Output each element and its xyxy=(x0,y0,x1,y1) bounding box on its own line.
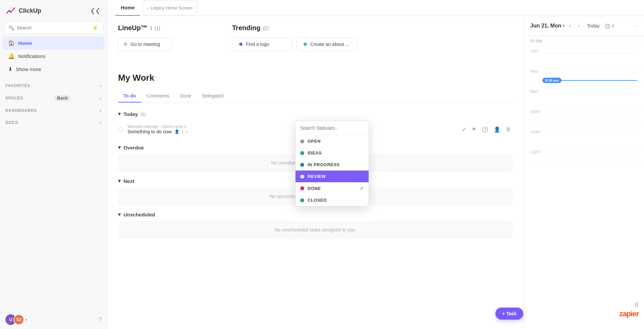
work-tab-done[interactable]: Done xyxy=(175,90,197,103)
today-count: (1) xyxy=(141,112,146,117)
task-actions: ✓ ⚑ 🕐 👤 🗑 xyxy=(461,125,513,134)
status-search-area[interactable] xyxy=(296,121,369,135)
work-tab-comments[interactable]: Comments xyxy=(141,90,175,103)
tab-legacy-label: Legacy Home Screen xyxy=(151,5,193,10)
unscheduled-section: ▾ Unscheduled No unscheduled tasks assig… xyxy=(118,211,513,238)
calendar-task-count: 📋 0 xyxy=(605,23,614,28)
status-item-review[interactable]: REVIEW xyxy=(296,171,369,182)
sidebar-item-home[interactable]: 🏠 Home xyxy=(3,37,104,50)
status-item-ideas[interactable]: IDEAS xyxy=(296,147,369,159)
status-item-done[interactable]: DONE ✓ xyxy=(296,182,369,194)
sidebar-item-notifications[interactable]: 🔔 Notifications xyxy=(3,50,104,63)
help-button[interactable]: ? xyxy=(98,316,102,323)
sidebar-section-spaces[interactable]: SPACES Back › xyxy=(0,92,107,105)
my-work-title: My Work xyxy=(118,73,513,83)
sidebar-item-show-more[interactable]: ⬇ Show more xyxy=(3,63,104,76)
search-bar[interactable]: 🔍 ⚡ xyxy=(4,21,103,34)
time-label-11am: 11am xyxy=(530,127,544,134)
task-clock-button[interactable]: 🕐 xyxy=(480,125,490,134)
status-label-ideas: IDEAS xyxy=(308,150,322,155)
lineup-card-0[interactable]: Go to meeting xyxy=(118,37,172,51)
lineup-title-text: LineUp™ xyxy=(118,24,148,32)
search-input[interactable] xyxy=(17,25,89,30)
status-label-closed: CLOSED xyxy=(308,198,327,203)
sidebar-item-home-label: Home xyxy=(18,40,32,46)
sidebar-item-show-more-label: Show more xyxy=(16,66,41,72)
avatar-sj: SJ xyxy=(13,314,24,325)
trending-card-label-0: Find a logo xyxy=(246,42,269,47)
tab-legacy-home[interactable]: ‹ Legacy Home Screen xyxy=(143,0,197,15)
calendar-today-button[interactable]: Today xyxy=(584,22,602,30)
spaces-label: SPACES xyxy=(5,96,23,101)
lineup-card-dot xyxy=(124,43,127,46)
lightning-button[interactable]: ⚡ xyxy=(92,24,99,31)
unscheduled-empty-text: No unscheduled tasks assigned to you. xyxy=(274,227,356,233)
add-task-button[interactable]: + Task xyxy=(495,308,523,320)
avatar-caret-icon[interactable]: ▾ xyxy=(25,318,27,322)
sidebar-section-docs[interactable]: DOCS › xyxy=(0,117,107,129)
trending-card-1[interactable]: Create an about ... xyxy=(297,37,357,51)
trending-cards: Find a logo Create an about ... xyxy=(232,37,357,51)
work-tab-delegated[interactable]: Delegated xyxy=(197,90,229,103)
time-label-8am: 8am xyxy=(530,66,544,74)
docs-label: DOCS xyxy=(5,120,18,125)
sidebar-header: ClickUp ❮❮ xyxy=(0,0,107,21)
task-delete-button[interactable]: 🗑 xyxy=(504,125,513,134)
time-label-7am: 7am xyxy=(530,46,544,54)
task-assign-button[interactable]: 👤 xyxy=(492,125,502,134)
tab-home[interactable]: Home xyxy=(115,0,140,16)
next-chevron-icon: ▾ xyxy=(118,178,121,184)
description-icon: ≡ xyxy=(185,129,188,134)
profile-dots-button[interactable]: ⠿ xyxy=(634,302,639,309)
tab-home-label: Home xyxy=(121,5,135,10)
status-item-open[interactable]: OPEN xyxy=(296,135,369,147)
unscheduled-header[interactable]: ▾ Unscheduled xyxy=(118,211,513,217)
calendar-next-button[interactable]: › xyxy=(576,21,582,30)
today-header[interactable]: ▾ Today (1) xyxy=(118,111,513,117)
avatar-group[interactable]: U SJ ▾ xyxy=(5,314,27,325)
bell-icon: 🔔 xyxy=(8,53,15,59)
status-item-inprogress[interactable]: IN PROGRESS xyxy=(296,159,369,171)
lineup-cards: Go to meeting xyxy=(118,37,219,51)
calendar-prev-button[interactable]: ‹ xyxy=(567,21,573,30)
search-icon: 🔍 xyxy=(8,25,14,30)
calendar-dropdown-icon[interactable]: ▾ xyxy=(562,23,565,28)
lineup-section: LineUp™ ℹ (1) Go to meeting xyxy=(118,24,219,62)
zapier-text: zapier xyxy=(619,310,639,318)
add-task-label: + Task xyxy=(502,311,517,316)
subtask-icon: 👤 xyxy=(174,129,179,134)
sidebar-collapse-button[interactable]: ❮❮ xyxy=(89,6,102,16)
work-tab-comments-label: Comments xyxy=(147,93,169,98)
status-search-input[interactable] xyxy=(300,125,364,131)
main-area: Home ‹ Legacy Home Screen LineUp™ ℹ (1) xyxy=(107,0,644,329)
task-check-button[interactable]: ✓ xyxy=(461,125,468,134)
task-flag-button[interactable]: ⚑ xyxy=(470,125,478,134)
status-item-closed[interactable]: CLOSED xyxy=(296,194,369,206)
calendar-date-text: Jun 21, Mon xyxy=(530,23,561,29)
status-dot-review xyxy=(300,175,304,179)
sidebar-footer: U SJ ▾ ? xyxy=(0,310,107,329)
calendar-body[interactable]: All day 7am 8am 8:34 am xyxy=(524,36,644,329)
status-label-done: DONE xyxy=(308,186,321,191)
task-info: Website redesign › Sprint cycle 1 Someth… xyxy=(127,124,457,134)
unscheduled-chevron-icon: ▾ xyxy=(118,211,121,217)
spaces-chevron-icon: › xyxy=(100,95,102,101)
overdue-label: Overdue xyxy=(123,145,144,150)
trending-title-text: Trending xyxy=(232,24,260,32)
lineup-info-icon[interactable]: ℹ xyxy=(150,25,152,31)
task-title[interactable]: Something to do now xyxy=(127,129,172,134)
status-dropdown: OPEN IDEAS IN PROGRESS REVIEW DONE ✓ xyxy=(295,121,369,206)
top-row: LineUp™ ℹ (1) Go to meeting Trending xyxy=(118,24,513,62)
sidebar-section-dashboards[interactable]: DASHBOARDS › xyxy=(0,105,107,117)
calendar-more-button[interactable]: ··· xyxy=(633,23,637,29)
work-tab-todo[interactable]: To do xyxy=(118,90,141,103)
trending-card-0[interactable]: Find a logo xyxy=(232,37,292,51)
work-tab-done-label: Done xyxy=(180,93,191,98)
task-checkbox[interactable] xyxy=(118,127,123,132)
unscheduled-label: Unscheduled xyxy=(123,212,155,217)
calendar-date-title: Jun 21, Mon ▾ xyxy=(530,23,565,29)
trending-dot-1 xyxy=(304,43,307,46)
status-label-open: OPEN xyxy=(308,139,321,144)
sidebar-section-favorites[interactable]: FAVORITES › xyxy=(0,80,107,92)
back-pill[interactable]: Back xyxy=(54,95,70,101)
